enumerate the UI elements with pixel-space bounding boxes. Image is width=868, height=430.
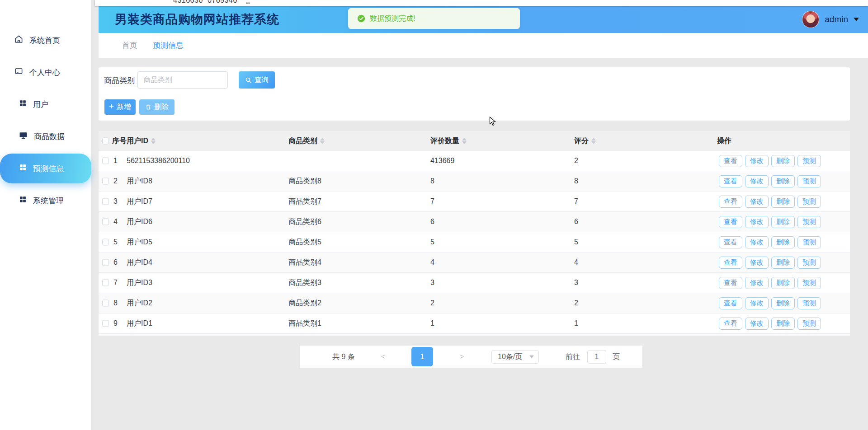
action-delete-button[interactable]: 删除	[771, 155, 795, 167]
action-delete-button[interactable]: 删除	[771, 175, 795, 187]
avatar[interactable]	[802, 11, 819, 28]
action-view-button[interactable]: 查看	[719, 257, 742, 269]
action-predict-button[interactable]: 预测	[797, 318, 821, 330]
action-view-button[interactable]: 查看	[719, 155, 742, 167]
table-row: 2用户ID8商品类别888查看修改删除预测	[99, 171, 850, 192]
sort-carets-icon[interactable]	[462, 138, 467, 144]
action-predict-button[interactable]: 预测	[797, 297, 821, 309]
add-button-label: 新增	[117, 103, 131, 112]
action-view-button[interactable]: 查看	[719, 236, 742, 248]
sidebar-item-预测信息[interactable]: 预测信息	[0, 154, 91, 183]
row-actions: 查看修改删除预测	[719, 151, 821, 171]
action-view-button[interactable]: 查看	[719, 216, 742, 228]
action-edit-button[interactable]: 修改	[745, 236, 769, 248]
page-size-value: 10条/页	[498, 352, 522, 362]
pagination-prev-button[interactable]: <	[381, 353, 385, 361]
action-predict-button[interactable]: 预测	[797, 257, 821, 269]
action-delete-button[interactable]: 删除	[771, 297, 795, 309]
cell-index: 1	[113, 151, 118, 171]
grid-icon	[19, 164, 27, 173]
action-delete-button[interactable]: 删除	[771, 257, 795, 269]
cell-review-count: 8	[430, 171, 434, 191]
goto-page-input[interactable]	[587, 350, 606, 364]
select-all-checkbox[interactable]	[102, 138, 109, 145]
query-button[interactable]: 查询	[239, 71, 275, 89]
page-size-select[interactable]: 10条/页	[491, 350, 539, 364]
action-delete-button[interactable]: 删除	[771, 236, 795, 248]
sidebar-item-用户[interactable]: 用户	[0, 89, 91, 119]
tab-首页[interactable]: 首页	[122, 40, 137, 51]
action-delete-button[interactable]: 删除	[771, 318, 795, 330]
column-header-actions: 操作	[717, 131, 731, 151]
action-edit-button[interactable]: 修改	[745, 196, 769, 208]
sort-carets-icon[interactable]	[320, 138, 325, 144]
action-edit-button[interactable]: 修改	[745, 318, 769, 330]
cell-rating: 5	[574, 232, 578, 252]
row-checkbox[interactable]	[102, 239, 109, 246]
action-delete-button[interactable]: 删除	[771, 216, 795, 228]
cell-user-id: 用户ID7	[127, 192, 152, 211]
sidebar-item-系统首页[interactable]: 系统首页	[0, 25, 91, 55]
row-checkbox[interactable]	[102, 280, 109, 286]
cell-category: 商品类别7	[288, 192, 321, 211]
action-view-button[interactable]: 查看	[719, 196, 742, 208]
action-predict-button[interactable]: 预测	[797, 277, 821, 289]
row-actions: 查看修改删除预测	[719, 273, 821, 293]
sidebar-item-商品数据[interactable]: 商品数据	[0, 122, 91, 151]
cell-user-id: 用户ID2	[127, 293, 152, 313]
row-checkbox[interactable]	[102, 259, 109, 266]
action-view-button[interactable]: 查看	[719, 277, 742, 289]
action-edit-button[interactable]: 修改	[745, 175, 769, 187]
sidebar-item-label: 用户	[33, 99, 48, 110]
cell-index: 7	[113, 273, 118, 293]
pagination-page-1[interactable]: 1	[411, 347, 433, 366]
action-edit-button[interactable]: 修改	[745, 277, 769, 289]
table-row: 156211533862001104136692查看修改删除预测	[99, 151, 850, 171]
column-header-label: 评分	[574, 136, 589, 146]
pagination-next-button[interactable]: >	[460, 353, 464, 361]
row-checkbox[interactable]	[102, 178, 109, 185]
row-actions: 查看修改删除预测	[719, 293, 821, 313]
row-checkbox[interactable]	[102, 198, 109, 205]
sidebar-item-个人中心[interactable]: 个人中心	[0, 57, 91, 87]
search-input[interactable]	[137, 71, 228, 89]
action-predict-button[interactable]: 预测	[797, 236, 821, 248]
user-menu[interactable]: admin	[802, 6, 859, 33]
column-header-label: 序号	[112, 136, 127, 146]
delete-button[interactable]: 删除	[139, 99, 175, 115]
action-predict-button[interactable]: 预测	[797, 175, 821, 187]
row-actions: 查看修改删除预测	[719, 252, 821, 272]
action-view-button[interactable]: 查看	[719, 297, 742, 309]
cell-rating: 7	[574, 192, 578, 211]
column-header-label: 操作	[717, 136, 731, 146]
caret-down-icon	[151, 141, 156, 144]
column-header-user-id: 用户ID	[127, 131, 156, 151]
action-edit-button[interactable]: 修改	[745, 155, 769, 167]
action-edit-button[interactable]: 修改	[745, 257, 769, 269]
row-checkbox[interactable]	[102, 300, 109, 307]
delete-button-label: 删除	[154, 103, 169, 112]
action-predict-button[interactable]: 预测	[797, 196, 821, 208]
column-header-label: 评价数量	[430, 136, 459, 146]
action-view-button[interactable]: 查看	[719, 175, 742, 187]
cell-review-count: 413669	[430, 151, 454, 171]
row-checkbox[interactable]	[102, 219, 109, 225]
action-view-button[interactable]: 查看	[719, 318, 742, 330]
action-edit-button[interactable]: 修改	[745, 297, 769, 309]
add-button[interactable]: + 新增	[104, 99, 136, 115]
action-predict-button[interactable]: 预测	[797, 155, 821, 167]
action-predict-button[interactable]: 预测	[797, 216, 821, 228]
success-toast: 数据预测完成!	[348, 8, 520, 29]
tab-预测信息[interactable]: 预测信息	[153, 40, 184, 51]
plus-icon: +	[109, 103, 114, 111]
sidebar-item-系统管理[interactable]: 系统管理	[0, 186, 91, 215]
action-delete-button[interactable]: 删除	[771, 196, 795, 208]
sort-carets-icon[interactable]	[591, 138, 596, 144]
check-circle-icon	[357, 14, 365, 23]
action-edit-button[interactable]: 修改	[745, 216, 769, 228]
row-checkbox[interactable]	[102, 320, 109, 327]
table-row: 6用户ID4商品类别444查看修改删除预测	[99, 252, 850, 273]
sort-carets-icon[interactable]	[151, 138, 156, 144]
action-delete-button[interactable]: 删除	[771, 277, 795, 289]
row-checkbox[interactable]	[102, 158, 109, 164]
